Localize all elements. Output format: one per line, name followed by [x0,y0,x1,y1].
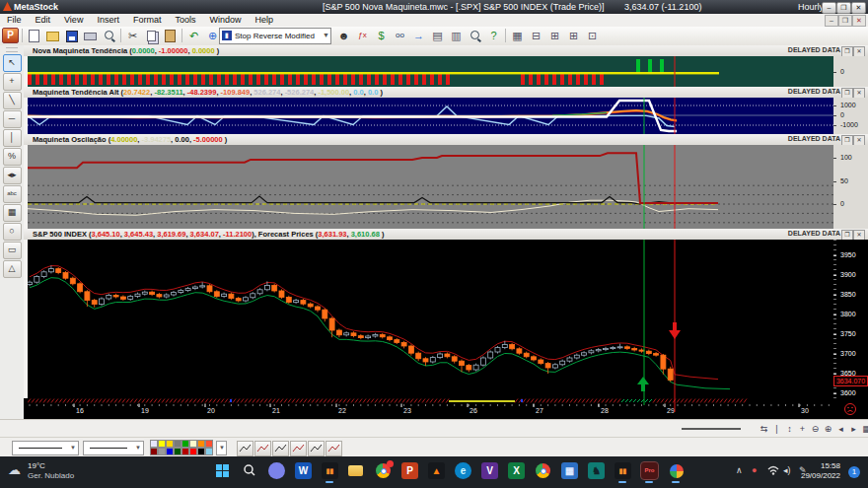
sync-icon[interactable]: ⇆ [758,423,770,435]
grid-tool[interactable]: ▦ [3,204,22,222]
cut-icon[interactable]: ✂ [124,28,141,43]
vlc-app-icon[interactable]: ▲ [428,462,445,479]
menu-help[interactable]: Help [248,14,280,26]
browser2-app-icon[interactable] [535,462,551,479]
pointer-tool[interactable]: ↖ [3,54,22,72]
color-swatch[interactable] [150,440,158,448]
mdi-minimize-button[interactable]: – [825,15,838,27]
volume-icon[interactable]: ◂) [783,465,791,475]
help-pointer-icon[interactable]: ? [485,28,502,43]
fit-vertical-icon[interactable]: ↕ [783,423,796,435]
color-swatch[interactable] [205,440,213,448]
expert-advisor-icon[interactable]: ☻ [335,28,352,43]
rectangle-tool[interactable]: ▭ [3,242,22,259]
clock[interactable]: 15:58 29/09/2022 [801,461,840,481]
line-weight-dropdown[interactable]: ▼ [83,441,144,455]
system-tester-icon[interactable]: $ [373,28,390,43]
status-red-icon[interactable]: ● [752,465,757,475]
divider-icon[interactable]: | [770,423,783,435]
chevron-up-icon[interactable]: ∧ [736,465,743,475]
page-zoom-icon[interactable] [467,28,483,43]
visualstudio-app-icon[interactable]: V [481,462,498,479]
undo-icon[interactable]: ↶ [185,28,202,43]
maximize-button[interactable]: ❐ [836,2,851,14]
color-swatch[interactable] [181,440,189,448]
metastock-app-icon[interactable]: ▮▮ [322,462,338,479]
downloader-icon[interactable]: → [410,28,427,43]
percent-line-tool[interactable]: % [3,148,22,166]
save-icon[interactable] [63,28,80,43]
close-button[interactable]: ✕ [851,2,866,14]
pan-icon[interactable]: + [796,423,809,435]
palette-more-button[interactable]: ▼ [216,441,227,455]
menu-format[interactable]: Format [126,14,169,26]
copy-icon[interactable] [143,28,160,43]
mdi-restore-button[interactable]: ❐ [838,15,852,27]
expert-dropdown[interactable]: ▮ Stop Reverse Modified ▼ [219,28,331,44]
color-swatch[interactable] [189,448,197,455]
menu-view[interactable]: View [57,14,90,26]
trend-style-button[interactable] [272,441,289,456]
chart-smiley-icon[interactable] [836,402,864,416]
menu-window[interactable]: Window [202,14,248,26]
calculator-app-icon[interactable]: ▦ [561,462,578,479]
color-swatch[interactable] [197,448,205,455]
zoom-in-icon[interactable]: ⊕ [822,423,834,435]
panel-plot-p2[interactable] [28,98,833,134]
text-tool[interactable]: abc [3,185,22,203]
menu-tools[interactable]: Tools [168,14,202,26]
weather-condition[interactable]: Ger. Nublado [28,471,74,480]
excel-app-icon[interactable]: X [508,462,525,479]
horizontal-line-tool[interactable]: ─ [3,110,22,128]
notification-badge[interactable]: 1 [848,466,860,478]
scroll-right-icon[interactable]: ▸ [847,423,860,435]
trend-style-button[interactable] [308,441,325,456]
chess-app-icon[interactable]: ♞ [588,462,605,479]
ellipse-tool[interactable]: ○ [3,223,22,241]
trend-style-button[interactable] [254,441,271,456]
open-icon[interactable] [44,28,61,43]
color-swatch[interactable] [166,440,174,448]
color-swatch[interactable] [158,440,166,448]
weather-temp[interactable]: 19°C [28,461,45,470]
triangle-tool[interactable]: △ [3,260,22,278]
powerpoint-app-icon[interactable]: P [401,462,418,479]
crosshair-tool[interactable]: + [3,73,22,91]
start-button[interactable] [215,462,232,479]
color-swatch[interactable] [181,448,189,455]
print-preview-icon[interactable] [101,28,117,43]
color-swatch[interactable] [174,440,181,448]
color-swatch[interactable] [189,440,197,448]
window-cascade-icon[interactable]: ▦ [509,28,526,43]
price-scale-p3[interactable]: 100500 [833,145,868,229]
search-button[interactable] [242,462,258,479]
trendline-tool[interactable]: ╲ [3,92,22,109]
price-scale-p1[interactable]: 0 [833,56,868,87]
window-grid-icon[interactable]: ⊞ [565,28,582,43]
menu-insert[interactable]: Insert [90,14,126,26]
scroll-thumb[interactable] [682,428,741,430]
window-tile-h-icon[interactable]: ⊟ [528,28,544,43]
metastock2-app-icon[interactable]: ▮▮ [615,462,631,479]
price-scale-p4[interactable]: 395039003850380037503700365036003634.070 [833,240,868,419]
toolbar-grip[interactable] [6,47,18,52]
new-chart-icon[interactable] [26,28,42,43]
weather-icon[interactable]: ☁ [8,462,21,477]
vertical-line-tool[interactable]: │ [3,129,22,147]
panel-plot-p3[interactable] [28,145,833,229]
panel-plot-p4[interactable] [28,240,833,398]
menu-edit[interactable]: Edit [29,14,58,26]
panel-plot-p1[interactable] [28,56,833,87]
print-icon[interactable] [82,28,99,43]
explorer-icon[interactable]: oo [392,28,408,43]
trend-style-button[interactable] [326,441,342,456]
color-swatch[interactable] [166,448,174,455]
photos-app-icon[interactable] [668,462,685,479]
power-console-icon[interactable]: P [2,28,19,43]
menu-file[interactable]: File [0,14,29,26]
templates-icon[interactable]: ▤ [429,28,446,43]
pro-app-icon[interactable]: Pro [641,462,658,479]
layouts-icon[interactable]: ▥ [448,28,465,43]
price-scale-p2[interactable]: 10000-1000 [833,98,868,134]
minimize-button[interactable]: – [822,2,836,14]
